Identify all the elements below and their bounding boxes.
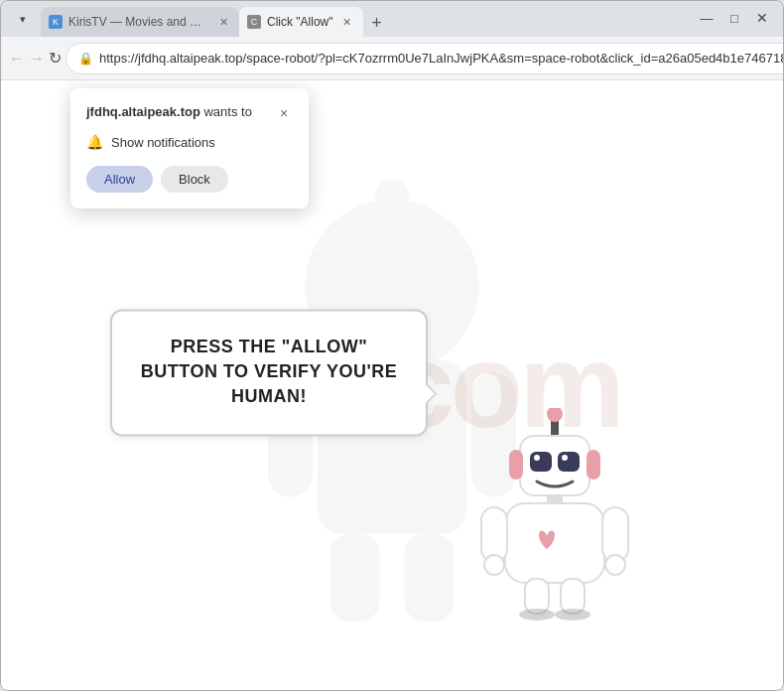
window-controls: — □ ✕ — [694, 7, 775, 29]
address-url: https://jfdhq.altaipeak.top/space-robot/… — [99, 51, 784, 66]
block-button[interactable]: Block — [161, 166, 228, 193]
speech-bubble: PRESS THE "ALLOW" BUTTON TO VERIFY YOU'R… — [110, 309, 428, 436]
lock-icon: 🔒 — [78, 52, 93, 66]
svg-rect-18 — [505, 503, 604, 583]
address-bar[interactable]: 🔒 https://jfdhq.altaipeak.top/space-robo… — [65, 43, 784, 74]
svg-point-7 — [375, 180, 410, 214]
svg-rect-24 — [561, 579, 585, 614]
reload-button[interactable]: ↻ — [49, 44, 62, 73]
svg-point-15 — [534, 455, 540, 461]
robot-illustration — [465, 408, 644, 630]
tab1-close[interactable]: ✕ — [215, 14, 231, 30]
notification-label: Show notifications — [111, 135, 215, 150]
tab-click-allow[interactable]: C Click "Allow" ✕ — [239, 7, 363, 37]
tab-kiristv[interactable]: K KirisTV — Movies and Series D... ✕ — [41, 7, 239, 37]
new-tab-button[interactable]: + — [363, 9, 391, 37]
allow-button[interactable]: Allow — [86, 166, 153, 193]
bell-icon: 🔔 — [86, 134, 103, 150]
close-button[interactable]: ✕ — [749, 7, 775, 29]
tab2-close[interactable]: ✕ — [339, 14, 355, 30]
tab2-title: Click "Allow" — [267, 15, 333, 29]
svg-rect-5 — [405, 534, 455, 622]
svg-rect-11 — [509, 450, 523, 480]
tab1-title: KirisTV — Movies and Series D... — [68, 15, 209, 29]
popup-wants-to: wants to — [203, 104, 251, 119]
popup-header: jfdhq.altaipeak.top wants to × — [86, 104, 293, 122]
popup-domain: jfdhq.altaipeak.top — [86, 104, 200, 119]
svg-rect-13 — [530, 452, 552, 472]
svg-rect-12 — [587, 450, 600, 480]
svg-point-9 — [547, 408, 563, 422]
notification-popup: jfdhq.altaipeak.top wants to × 🔔 Show no… — [70, 88, 309, 208]
page-content: risk.com PRESS THE "ALLOW" BUTTON TO VER… — [1, 80, 783, 690]
svg-point-16 — [562, 455, 568, 461]
robot-svg — [465, 408, 644, 626]
svg-point-22 — [605, 555, 625, 575]
popup-title: jfdhq.altaipeak.top wants to — [86, 104, 252, 119]
svg-point-26 — [555, 609, 590, 621]
svg-rect-20 — [602, 507, 628, 562]
tab2-favicon: C — [247, 15, 261, 29]
svg-rect-6 — [380, 207, 405, 246]
popup-notification-row: 🔔 Show notifications — [86, 134, 293, 150]
popup-close-button[interactable]: × — [275, 104, 293, 122]
popup-buttons: Allow Block — [86, 166, 293, 193]
svg-rect-19 — [481, 507, 507, 562]
maximize-button[interactable]: □ — [721, 7, 747, 29]
browser-window: ▾ K KirisTV — Movies and Series D... ✕ C… — [0, 0, 784, 691]
svg-rect-23 — [525, 579, 549, 614]
navigation-bar: ← → ↻ 🔒 https://jfdhq.altaipeak.top/spac… — [1, 37, 783, 80]
svg-rect-4 — [330, 534, 380, 622]
svg-point-25 — [519, 609, 555, 621]
chrome-menu-button[interactable]: ▾ — [9, 5, 37, 33]
forward-button[interactable]: → — [29, 44, 45, 73]
tab1-favicon: K — [49, 15, 63, 29]
back-button[interactable]: ← — [9, 44, 25, 73]
svg-point-21 — [484, 555, 504, 575]
minimize-button[interactable]: — — [694, 7, 719, 29]
svg-rect-14 — [558, 452, 580, 472]
speech-text: PRESS THE "ALLOW" BUTTON TO VERIFY YOU'R… — [141, 337, 398, 406]
